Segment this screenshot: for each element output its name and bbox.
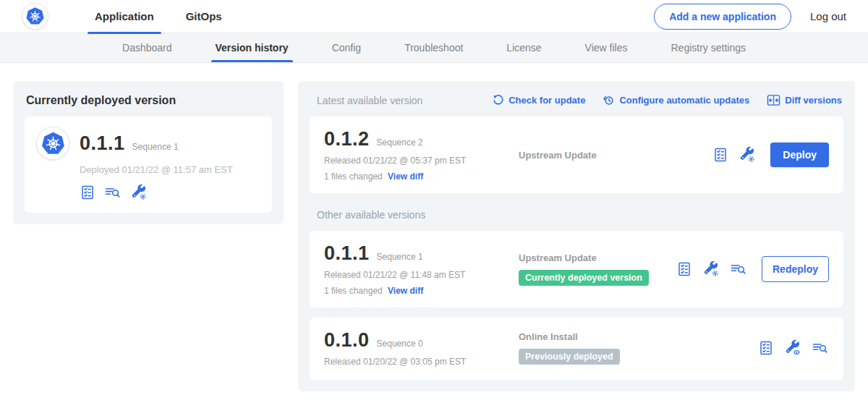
released-timestamp: Released 01/20/22 @ 03:05 pm EST [324,357,509,367]
preflight-checklist-icon[interactable] [676,261,692,277]
deployed-sequence-label: Sequence 1 [132,142,179,152]
tab-troubleshoot[interactable]: Troubleshoot [383,33,485,62]
view-logs-icon[interactable] [104,184,122,200]
configure-automatic-updates-label: Configure automatic updates [619,95,749,106]
files-changed-label: 1 files changed [324,171,383,182]
view-diff-link[interactable]: View diff [388,171,423,182]
diff-versions-label: Diff versions [785,95,842,106]
edit-config-wrench-gear-icon[interactable] [130,184,148,201]
tab-version-history[interactable]: Version history [194,33,310,62]
refresh-icon [492,94,504,106]
app-subnav: Dashboard Version history Config Trouble… [0,33,868,63]
deploy-button[interactable]: Deploy [770,143,829,167]
version-number: 0.1.0 [324,329,370,352]
logout-button[interactable]: Log out [810,10,846,22]
released-timestamp: Released 01/21/22 @ 05:37 pm EST [324,156,509,166]
view-diff-link[interactable]: View diff [388,286,423,296]
version-row-0-1-0: 0.1.0 Sequence 0 Released 01/20/22 @ 03:… [310,318,843,380]
add-application-button[interactable]: Add a new application [654,4,791,30]
kubernetes-logo [22,3,48,30]
preflight-checklist-icon[interactable] [80,184,95,200]
deployed-version-card: 0.1.1 Sequence 1 Deployed 01/21/22 @ 11:… [25,116,272,213]
main-content: Currently deployed version [0,63,868,391]
latest-available-header: Latest available version [317,95,422,106]
deployed-version-number: 0.1.1 [80,132,125,155]
currently-deployed-card: Currently deployed version [13,81,284,224]
tab-dashboard[interactable]: Dashboard [101,33,194,62]
deployed-timestamp: Deployed 01/21/22 @ 11:57 am EST [80,164,260,175]
sequence-label: Sequence 1 [377,252,423,262]
version-number: 0.1.1 [324,242,370,265]
view-logs-icon[interactable] [730,261,747,277]
tab-license[interactable]: License [485,33,563,62]
view-config-wrench-eye-icon[interactable] [784,339,801,357]
preflight-checklist-icon[interactable] [712,147,728,163]
version-row-0-1-2: 0.1.2 Sequence 2 Released 01/21/22 @ 05:… [310,116,843,193]
tab-view-files[interactable]: View files [563,33,650,62]
version-source-label: Upstream Update [519,252,676,263]
other-versions-header: Other available versions [317,209,843,221]
files-changed-label: 1 files changed [324,286,383,296]
version-history-panel: Latest available version Check for updat… [298,81,855,391]
app-header: Application GitOps Add a new application… [0,0,868,33]
version-row-0-1-1: 0.1.1 Sequence 1 Released 01/21/22 @ 11:… [310,231,843,307]
check-for-update-link[interactable]: Check for update [492,94,585,106]
app-icon-kubernetes [36,127,69,160]
preflight-checklist-icon[interactable] [758,340,774,356]
version-number: 0.1.2 [324,128,370,150]
view-logs-icon[interactable] [812,340,829,356]
tab-config[interactable]: Config [310,33,383,62]
diff-versions-link[interactable]: Diff versions [767,94,842,106]
redeploy-button[interactable]: Redeploy [762,256,829,282]
version-source-label: Online Install [519,331,758,342]
diff-versions-icon [767,94,780,106]
clock-refresh-icon [603,94,615,106]
sequence-label: Sequence 0 [377,339,423,349]
currently-deployed-badge: Currently deployed version [519,270,649,286]
previously-deployed-badge: Previously deployed [519,349,620,365]
tab-registry-settings[interactable]: Registry settings [650,33,767,62]
header-tab-gitops[interactable]: GitOps [170,0,238,33]
deployed-card-title: Currently deployed version [25,93,272,107]
released-timestamp: Released 01/21/22 @ 11:48 am EST [324,270,509,280]
header-tab-application[interactable]: Application [79,0,170,33]
sequence-label: Sequence 2 [377,137,423,148]
version-source-label: Upstream Update [519,150,712,161]
edit-config-wrench-gear-icon[interactable] [702,260,720,278]
configure-automatic-updates-link[interactable]: Configure automatic updates [603,94,749,106]
check-for-update-label: Check for update [509,95,585,106]
edit-config-wrench-gear-icon[interactable] [739,146,756,163]
